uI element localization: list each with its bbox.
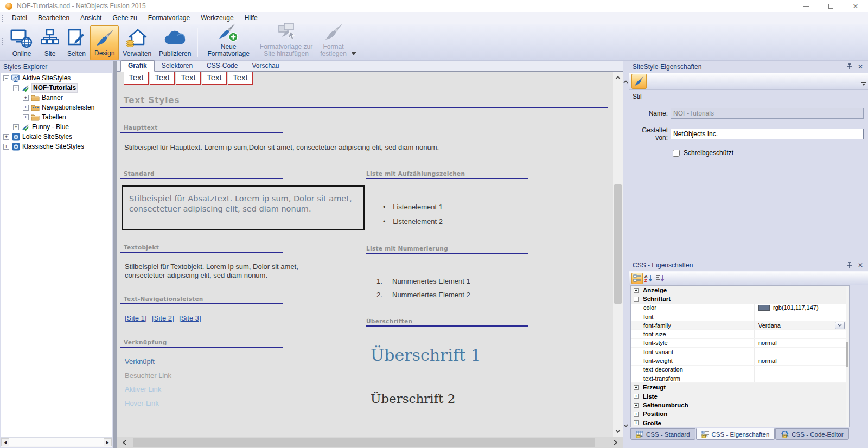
menu-gehe-zu[interactable]: Gehe zu (107, 12, 142, 23)
tree-item-banner[interactable]: Banner (1, 93, 112, 103)
readonly-checkbox[interactable] (673, 150, 680, 157)
verwalten-button[interactable]: Verwalten (119, 25, 155, 60)
menu-ansicht[interactable]: Ansicht (75, 12, 107, 23)
tab-css-code[interactable]: CSS-Code (200, 61, 245, 71)
design-button[interactable]: Design (90, 25, 119, 60)
collapse-icon[interactable] (13, 85, 19, 91)
sort-order-button[interactable] (654, 273, 666, 284)
menu-hilfe[interactable]: Hilfe (239, 12, 263, 23)
tree-item-funny-blue[interactable]: Funny - Blue (1, 122, 112, 132)
minimize-button[interactable] (793, 0, 818, 12)
tree-item-klassische-sitestyles[interactable]: Klassische SiteStyles (1, 142, 112, 151)
tree-item-nof-tutorials[interactable]: NOF-Tutorials (1, 83, 112, 93)
tab-selektoren[interactable]: Selektoren (155, 61, 200, 71)
menu-formatvorlage[interactable]: Formatvorlage (143, 12, 195, 23)
horizontal-scroll-thumb[interactable] (133, 438, 595, 447)
sidebar-splitter[interactable] (623, 61, 629, 448)
property-value[interactable] (755, 330, 849, 338)
seiten-button[interactable]: Seiten (63, 25, 90, 60)
tree-item-lokale-sitestyles[interactable]: Lokale SiteStyles (1, 132, 112, 142)
close-panel-icon[interactable]: ✕ (856, 261, 865, 270)
formatvorlage-zur-site-button[interactable]: Formatvorlage zur Site hinzufügen (256, 25, 316, 60)
property-row-font[interactable]: font (631, 312, 849, 321)
scroll-left-icon[interactable] (123, 440, 126, 445)
tab-grafik[interactable]: Grafik (120, 60, 155, 72)
heading1-sample[interactable]: Überschrift 1 (371, 345, 481, 364)
scroll-left-icon[interactable]: ◀ (1, 438, 9, 446)
pin-button[interactable] (845, 62, 854, 71)
expand-icon[interactable] (634, 385, 639, 390)
collapse-up-icon[interactable] (623, 80, 628, 84)
expand-icon[interactable] (13, 124, 19, 130)
category-row-liste[interactable]: Liste (631, 392, 849, 401)
style-name-field[interactable] (671, 108, 864, 119)
expand-icon[interactable] (634, 394, 639, 399)
categorized-view-button[interactable] (631, 273, 643, 284)
color-swatch[interactable] (758, 305, 770, 311)
menu-datei[interactable]: Datei (7, 12, 33, 23)
scroll-right-icon[interactable]: ▶ (104, 438, 112, 446)
property-row-font-size[interactable]: font-size (631, 330, 849, 338)
category-row-schriftart[interactable]: Schriftart (631, 295, 849, 303)
collapse-icon[interactable] (634, 297, 639, 302)
toolbar-overflow-button[interactable] (352, 52, 357, 57)
link-active-sample[interactable]: Aktiver Link (125, 385, 161, 393)
property-value[interactable]: normal (755, 356, 849, 364)
expand-icon[interactable] (23, 95, 29, 101)
collapse-down-icon[interactable] (623, 424, 628, 427)
link-visited-sample[interactable]: Besuchter Link (125, 372, 171, 380)
property-value[interactable]: normal (755, 339, 849, 347)
scroll-track[interactable] (9, 438, 104, 446)
property-value[interactable] (755, 312, 849, 321)
tab-vorschau[interactable]: Vorschau (245, 61, 286, 71)
close-panel-icon[interactable]: ✕ (856, 62, 865, 71)
scroll-up-icon[interactable] (615, 76, 621, 80)
sort-alphabetical-button[interactable]: AZ (643, 273, 654, 284)
menu-bearbeiten[interactable]: Bearbeiten (33, 12, 75, 23)
property-value[interactable] (755, 366, 849, 374)
property-row-font-weight[interactable]: font-weight normal (631, 356, 849, 365)
canvas-horizontal-scrollbar[interactable] (117, 437, 623, 448)
link-normal-sample[interactable]: Verknüpft (125, 357, 155, 366)
grid-scroll-thumb[interactable] (846, 342, 848, 367)
grid-scrollbar[interactable] (846, 286, 849, 427)
format-festlegen-button[interactable]: Format festlegen (316, 25, 350, 60)
pin-button[interactable] (845, 261, 854, 270)
property-row-color[interactable]: color rgb(101,117,147) (631, 304, 849, 312)
category-row-groesse[interactable]: Größe (631, 418, 849, 427)
tree-horizontal-scrollbar[interactable]: ◀ ▶ (1, 437, 112, 447)
canvas-vertical-scrollbar[interactable] (613, 72, 623, 437)
tab-css-code-editor[interactable]: {}CSS CSS - Code-Editor (775, 428, 848, 440)
expand-icon[interactable] (3, 134, 9, 140)
neue-formatvorlage-button[interactable]: Neue Formatvorlage (201, 25, 256, 60)
property-row-text-decoration[interactable]: text-decoration (631, 366, 849, 374)
link-hover-sample[interactable]: Hover-Link (125, 399, 159, 407)
property-row-font-family[interactable]: font-family Verdana (631, 321, 849, 330)
tree-item-navigationsleisten[interactable]: Navigationsleisten (1, 103, 112, 112)
property-row-font-variant[interactable]: font-variant (631, 348, 849, 356)
vertical-scroll-thumb[interactable] (614, 184, 622, 304)
nav-text-button[interactable]: Text (202, 72, 227, 85)
panel-overflow-icon[interactable] (861, 82, 866, 87)
tree-item-tabellen[interactable]: Tabellen (1, 112, 112, 122)
tab-css-eigenschaften[interactable]: CSS CSS - Eigenschaften (696, 428, 775, 440)
expand-icon[interactable] (634, 403, 639, 408)
tree-item-aktive-sitestyles[interactable]: Aktive SiteStyles (1, 73, 112, 83)
site-button[interactable]: Site (37, 25, 63, 60)
designer-field[interactable] (671, 129, 864, 139)
property-value[interactable] (755, 348, 849, 356)
expand-icon[interactable] (634, 412, 639, 417)
property-row-font-style[interactable]: font-style normal (631, 339, 849, 348)
nav-text-button[interactable]: Text (124, 72, 149, 85)
tab-css-standard[interactable]: CSS CSS - Standard (630, 428, 695, 440)
site1-link[interactable]: [Site 1] (125, 314, 146, 322)
numbered-list-item[interactable]: Nummeriertes Element 1 (392, 277, 470, 285)
property-value[interactable] (755, 374, 849, 382)
expand-icon[interactable] (634, 420, 639, 425)
expand-icon[interactable] (23, 105, 29, 111)
absatztext-sample-box[interactable]: Stilbeispiel für Absatztext. Lorem ip su… (122, 185, 365, 230)
category-row-seitenumbruch[interactable]: Seitenumbruch (631, 401, 849, 409)
nav-text-button[interactable]: Text (176, 72, 201, 85)
bullet-list-item[interactable]: Listenelement 2 (383, 217, 443, 226)
category-row-erzeugt[interactable]: Erzeugt (631, 383, 849, 392)
